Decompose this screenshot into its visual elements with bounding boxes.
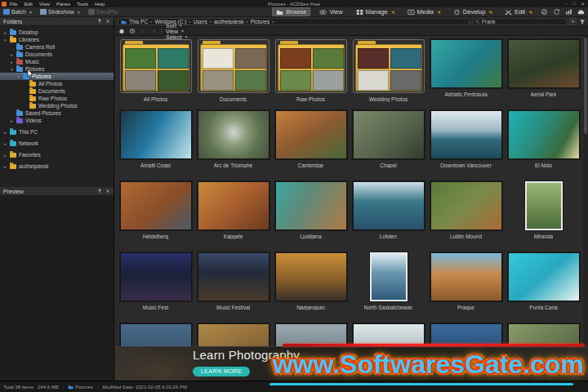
- breadcrumb-item[interactable]: Pictures: [251, 19, 270, 24]
- tree-item-libraries[interactable]: ▾Libraries: [0, 36, 114, 43]
- menu-tools[interactable]: Tools: [77, 2, 88, 7]
- quick-search[interactable]: [472, 18, 567, 25]
- menu-sort[interactable]: Sort▼: [166, 23, 188, 29]
- search-input[interactable]: [482, 19, 564, 24]
- menu-help[interactable]: Help: [95, 2, 105, 7]
- photo-tile[interactable]: Lofoten: [350, 178, 427, 249]
- photo-tile[interactable]: [117, 320, 194, 346]
- vertical-scrollbar[interactable]: [583, 36, 588, 346]
- sync-icon[interactable]: [553, 8, 560, 16]
- close-icon[interactable]: [105, 189, 110, 194]
- folder-tile[interactable]: Documents: [194, 36, 272, 107]
- mode-browse[interactable]: Browse: [272, 7, 310, 16]
- tree-item-pictures[interactable]: ▾Pictures: [0, 65, 114, 73]
- photo-thumbnail: [508, 110, 580, 159]
- batch-button[interactable]: Batch▼: [3, 9, 33, 15]
- tree-item-videos[interactable]: ▸Videos: [0, 117, 114, 124]
- toolbar-label: SendPix: [96, 9, 118, 15]
- slideshow-button[interactable]: Slideshow▼: [40, 9, 81, 15]
- menu-panes[interactable]: Panes: [56, 2, 70, 7]
- photo-tile[interactable]: Heidelberg: [117, 178, 194, 249]
- chevron-down-icon: ◥: [488, 10, 492, 15]
- photo-tile[interactable]: [505, 320, 582, 346]
- close-button[interactable]: ✕: [581, 1, 585, 7]
- mode-label: Develop: [463, 8, 486, 16]
- home-icon[interactable]: [118, 28, 125, 34]
- tree-item-documents[interactable]: ▸Documents: [0, 51, 114, 58]
- photo-tile[interactable]: Miranda: [505, 178, 582, 249]
- photo-tile[interactable]: [272, 320, 350, 346]
- pin-icon[interactable]: [97, 19, 102, 24]
- mode-manage[interactable]: Manage◥: [352, 7, 399, 16]
- tree-item-acdhelpdesk[interactable]: ▸acdhelpdesk: [0, 163, 114, 170]
- tree-item-desktop[interactable]: ▸Desktop: [0, 29, 114, 36]
- filter-icon[interactable]: [579, 19, 586, 25]
- photo-tile[interactable]: Adriatic Peninsula: [427, 36, 505, 107]
- tree-item-favorites[interactable]: ▸Favorites: [0, 151, 114, 158]
- tree-item-wedding-photos[interactable]: Wedding Photos: [0, 102, 114, 109]
- mode-view[interactable]: View: [315, 7, 346, 16]
- tree-item-pictures[interactable]: ▾Pictures: [0, 73, 114, 80]
- photo-tile[interactable]: [194, 320, 272, 346]
- breadcrumb-item[interactable]: acdhelpdesk: [214, 19, 244, 24]
- search-dropdown-button[interactable]: ▼: [569, 18, 577, 25]
- menu-view[interactable]: View▼: [166, 29, 188, 34]
- photo-tile[interactable]: Kappele: [194, 178, 272, 249]
- chevron-right-icon: ▸: [150, 20, 152, 24]
- photo-tile[interactable]: Amalfi Coast: [117, 107, 194, 178]
- photo-tile[interactable]: Lublin Mound: [427, 178, 505, 249]
- photo-tile[interactable]: [427, 320, 505, 346]
- minimize-button[interactable]: –: [565, 1, 568, 7]
- menu-view[interactable]: View: [39, 2, 50, 7]
- tree-item-documents[interactable]: Documents: [0, 87, 114, 95]
- photo-tile[interactable]: El Nido: [505, 107, 582, 178]
- photo-tile[interactable]: Arc de Triomphe: [194, 107, 272, 178]
- photo-tile[interactable]: Naejangsan: [272, 249, 350, 320]
- close-icon[interactable]: [105, 19, 110, 24]
- breadcrumb-item[interactable]: Users: [194, 19, 207, 24]
- folder-tile[interactable]: Raw Photos: [272, 36, 350, 107]
- maximize-button[interactable]: □: [572, 1, 576, 7]
- film-reel-icon[interactable]: [541, 8, 548, 16]
- tree-item-this-pc[interactable]: ▸This PC: [0, 128, 114, 136]
- thumbnail-label: Chapel: [380, 163, 397, 168]
- thumbnail-label: Lofoten: [380, 234, 398, 239]
- photo-tile[interactable]: North Saskatchewan: [350, 249, 427, 320]
- folder-tile[interactable]: All Photos: [117, 36, 194, 107]
- photo-tile[interactable]: Ljubljana: [272, 178, 350, 249]
- menu-edit[interactable]: Edit: [24, 2, 33, 7]
- tree-item-camera-roll[interactable]: Camera Roll: [0, 43, 114, 51]
- dashboard-icon[interactable]: [565, 8, 572, 16]
- mode-switcher: BrowseViewManage◥Media◥Develop◥Edit◥: [272, 7, 588, 16]
- tree-item-music[interactable]: ▸Music: [0, 58, 114, 65]
- photo-tile[interactable]: Downtown Vancouver: [427, 107, 505, 178]
- pin-icon[interactable]: [97, 189, 102, 194]
- folder-icon: [10, 153, 16, 158]
- photo-tile[interactable]: Chapel: [350, 107, 427, 178]
- back-icon[interactable]: [140, 28, 146, 34]
- up-icon[interactable]: [129, 28, 136, 34]
- photo-tile[interactable]: Aerial Park: [505, 36, 582, 107]
- folder-thumbnail: [120, 39, 192, 93]
- cloud-icon[interactable]: [577, 8, 585, 16]
- photo-tile[interactable]: Prague: [427, 249, 505, 320]
- mode-develop[interactable]: Develop◥: [449, 7, 496, 16]
- tree-item-all-photos[interactable]: All Photos: [0, 80, 114, 87]
- menu-file[interactable]: File: [10, 2, 18, 7]
- tree-item-network[interactable]: ▸Network: [0, 140, 114, 147]
- tree-item-raw-photos[interactable]: Raw Photos: [0, 95, 114, 102]
- photo-tile[interactable]: Punta Cana: [505, 249, 582, 320]
- forward-icon[interactable]: [150, 28, 157, 34]
- learn-more-button[interactable]: LEARN MORE: [193, 367, 250, 376]
- breadcrumb-item[interactable]: This PC: [129, 19, 148, 24]
- photo-tile[interactable]: [350, 320, 427, 346]
- photo-tile[interactable]: Cambridge: [272, 107, 350, 178]
- scrollbar-thumb[interactable]: [584, 38, 587, 134]
- photo-tile[interactable]: Music Festival: [194, 249, 272, 320]
- photo-tile[interactable]: Music Fest: [117, 249, 194, 320]
- tree-item-saved-pictures[interactable]: Saved Pictures: [0, 109, 114, 117]
- mode-media[interactable]: Media◥: [403, 7, 444, 16]
- preview-panel-body: [0, 196, 114, 381]
- folder-tile[interactable]: Wedding Photos: [350, 36, 427, 107]
- mode-edit[interactable]: Edit◥: [501, 7, 536, 16]
